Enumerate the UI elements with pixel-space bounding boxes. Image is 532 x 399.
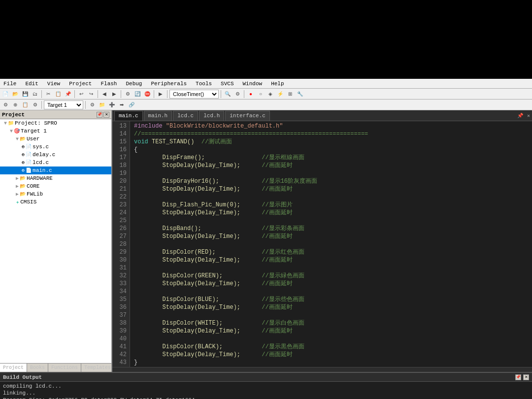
cut-btn[interactable]: ✂ — [44, 90, 53, 99]
tree-hardware[interactable]: ▶ 📂 HARDWARE — [0, 174, 111, 182]
tree-sysc[interactable]: ⊕ 📄 sys.c — [0, 143, 111, 151]
tree-core[interactable]: ▶ 📂 CORE — [0, 182, 111, 190]
tab-close-icon[interactable]: ✕ — [525, 113, 532, 119]
editor-tab-interfacec[interactable]: interface.c — [225, 111, 270, 121]
t2-btn6[interactable]: 📁 — [98, 100, 106, 109]
flash-btn[interactable]: ⚡ — [276, 90, 285, 99]
open-btn[interactable]: 📂 — [11, 90, 20, 99]
editor-tab-lcdc[interactable]: lcd.c — [173, 111, 198, 121]
tree-label: User — [27, 136, 39, 142]
redo-btn[interactable]: ↪ — [87, 90, 96, 99]
editor-tab-lcdh[interactable]: lcd.h — [199, 111, 224, 121]
rebuild-btn[interactable]: 🔄 — [133, 90, 142, 99]
tree-lcdc[interactable]: ⊕ 📄 lcd.c — [0, 159, 111, 166]
build-output-header: Build Output 📌 ✕ — [0, 373, 532, 382]
tab-functions[interactable]: Functions — [48, 364, 81, 372]
menu-debug[interactable]: Debug — [124, 80, 143, 87]
tab-project[interactable]: Project — [0, 364, 27, 372]
folder-icon: 📂 — [20, 175, 26, 181]
find-btn[interactable]: 🔍 — [223, 90, 232, 99]
tree-label: CMSIS — [20, 199, 36, 205]
tree-project-root[interactable]: ▼ 📁 Project: SPRO — [0, 119, 111, 127]
project-tree: ▼ 📁 Project: SPRO ▼ 🎯 Target 1 ▼ 📂 User … — [0, 119, 111, 363]
tree-mainc[interactable]: ⊕ 📄 main.c — [0, 166, 111, 174]
window-btn[interactable]: ⊞ — [286, 90, 295, 99]
main-area: Project 📌 ✕ ▼ 📁 Project: SPRO ▼ 🎯 Target… — [0, 110, 532, 372]
editor-tab-mainc[interactable]: main.c — [114, 111, 143, 121]
panel-pin-btn[interactable]: 📌 — [97, 112, 102, 118]
tree-delayc[interactable]: ⊕ 📄 delay.c — [0, 151, 111, 159]
tree-label: CORE — [27, 183, 39, 189]
tab-books[interactable]: Books — [27, 364, 48, 372]
save-all-btn[interactable]: 🗂 — [31, 90, 39, 99]
t2-btn9[interactable]: 🔗 — [127, 100, 136, 109]
copy-btn[interactable]: 📋 — [54, 90, 63, 99]
tree-label: FWLib — [27, 191, 43, 197]
menu-help[interactable]: Help — [269, 80, 285, 87]
new-btn[interactable]: 📄 — [1, 90, 10, 99]
editor-tab-mainh[interactable]: main.h — [144, 111, 172, 121]
menu-file[interactable]: File — [2, 80, 18, 87]
expand-icon: ⊕ — [22, 152, 25, 158]
folder-icon: 📂 — [20, 136, 26, 142]
tree-label: delay.c — [33, 152, 55, 158]
target-dropdown[interactable]: Target 1 — [44, 100, 83, 109]
sep-2 — [74, 90, 75, 98]
t2-btn2[interactable]: ⊕ — [11, 100, 20, 109]
expand-icon: ⊕ — [22, 160, 25, 166]
nav-fwd-btn[interactable]: ▶ — [110, 90, 119, 99]
save-btn[interactable]: 💾 — [21, 90, 30, 99]
step-btn[interactable]: ◈ — [266, 90, 275, 99]
config-btn[interactable]: 🔧 — [296, 90, 304, 99]
build-output: Build Output 📌 ✕ compiling lcd.c...linki… — [0, 372, 532, 399]
build-btn[interactable]: ⚙ — [123, 90, 132, 99]
function-dropdown[interactable]: CloseTimer() — [169, 90, 219, 99]
tree-label: Project: SPRO — [15, 120, 57, 126]
menu-tools[interactable]: Tools — [194, 80, 213, 87]
tree-user-folder[interactable]: ▼ 📂 User — [0, 135, 111, 143]
menu-window[interactable]: Window — [241, 80, 264, 87]
t2-btn3[interactable]: 📋 — [21, 100, 30, 109]
editor-tabs: main.c main.h lcd.c lcd.h interface.c 📌 … — [112, 110, 532, 121]
nav-back-btn[interactable]: ◀ — [100, 90, 109, 99]
menu-edit[interactable]: Edit — [24, 80, 39, 87]
undo-btn[interactable]: ↩ — [77, 90, 86, 99]
project-panel-header: Project 📌 ✕ — [0, 110, 111, 119]
debug-start-btn[interactable]: ▶ — [156, 90, 165, 99]
target-icon: 🎯 — [14, 128, 20, 134]
t2-btn4[interactable]: ⚙ — [31, 100, 39, 109]
menu-flash[interactable]: Flash — [99, 80, 118, 87]
panel-tabs: Project Books Functions Templates — [0, 363, 111, 372]
build-pin-btn[interactable]: 📌 — [515, 374, 521, 380]
code-scrollbar[interactable] — [112, 367, 532, 372]
menu-peripherals[interactable]: Peripherals — [149, 80, 188, 87]
menu-view[interactable]: View — [46, 80, 62, 87]
menu-bar: File Edit View Project Flash Debug Perip… — [0, 79, 532, 89]
stop2-btn[interactable]: ○ — [256, 90, 265, 99]
project-panel-title: Project — [2, 112, 25, 118]
t2-btn7[interactable]: ➕ — [107, 100, 116, 109]
folder-icon: 📂 — [20, 191, 26, 197]
t2-btn1[interactable]: ⚙ — [1, 100, 10, 109]
sep-3 — [98, 90, 98, 98]
t2-btn8[interactable]: ➡ — [117, 100, 126, 109]
c-file-icon: 📄 — [26, 160, 32, 166]
menu-svcs[interactable]: SVCS — [219, 80, 235, 87]
stop-btn[interactable]: ⛔ — [143, 90, 152, 99]
tree-cmsis[interactable]: ✦ CMSIS — [0, 198, 111, 206]
settings-btn[interactable]: ⚙ — [233, 90, 242, 99]
t2-btn5[interactable]: ⚙ — [88, 100, 97, 109]
paste-btn[interactable]: 📌 — [64, 90, 72, 99]
tree-fwlib[interactable]: ▶ 📂 FWLib — [0, 190, 111, 198]
build-output-content: compiling lcd.c...linking...Program Size… — [0, 382, 532, 399]
menu-project[interactable]: Project — [67, 80, 93, 87]
build-output-title: Build Output — [3, 374, 42, 380]
build-close-btn[interactable]: ✕ — [523, 374, 529, 380]
panel-close-btn[interactable]: ✕ — [103, 112, 109, 118]
tree-target1[interactable]: ▼ 🎯 Target 1 — [0, 127, 111, 135]
tab-templates[interactable]: Templates — [81, 364, 112, 372]
tree-label: lcd.c — [33, 160, 49, 166]
run-btn[interactable]: ● — [246, 90, 255, 99]
code-content[interactable]: #include "BlockWrite/blockwrite_default.… — [130, 121, 532, 367]
tab-pin-icon[interactable]: 📌 — [515, 113, 525, 119]
